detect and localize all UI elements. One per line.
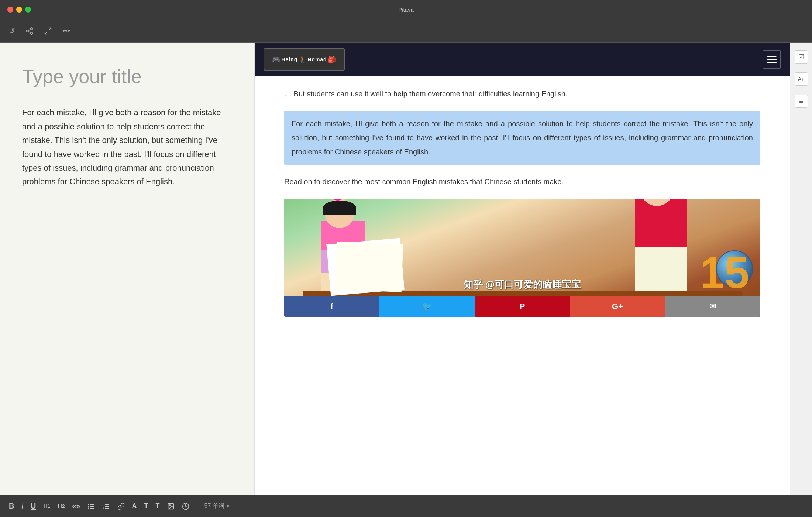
svg-rect-9 xyxy=(90,508,94,509)
main-area: Type your title For each mistake, I'll g… xyxy=(0,43,812,495)
strikethrough-button[interactable]: T xyxy=(156,502,160,510)
svg-line-3 xyxy=(28,31,31,33)
app-title: Pitaya xyxy=(398,7,414,13)
googleplus-share-button[interactable]: G+ xyxy=(570,296,665,317)
hamburger-menu[interactable] xyxy=(763,50,781,69)
svg-point-20 xyxy=(169,504,170,506)
social-share-bar: f 🐦 P G+ ✉ xyxy=(284,296,760,317)
twitter-share-button[interactable]: 🐦 xyxy=(379,296,475,317)
menu-line-2 xyxy=(767,59,777,60)
site-logo: 🎮 Being 🚶 Nomad 🎒 xyxy=(264,48,345,71)
menu-line-3 xyxy=(767,62,777,63)
web-highlighted-paragraph: For each mistake, I'll give both a reaso… xyxy=(284,111,760,165)
window-controls xyxy=(7,7,31,13)
italic-button[interactable]: i xyxy=(21,502,23,510)
svg-rect-14 xyxy=(105,506,109,507)
editor-body-text[interactable]: For each mistake, I'll give both a reaso… xyxy=(22,106,232,188)
editor-panel[interactable]: Type your title For each mistake, I'll g… xyxy=(0,43,255,495)
close-button[interactable] xyxy=(7,7,13,13)
underline-button[interactable]: U xyxy=(31,502,36,510)
web-panel: 🎮 Being 🚶 Nomad 🎒 … But students can use… xyxy=(255,43,790,495)
text-color-button[interactable]: A xyxy=(132,502,137,510)
word-count-display[interactable]: 57 单词 ▼ xyxy=(204,502,230,510)
word-count-dropdown-icon[interactable]: ▼ xyxy=(226,504,230,509)
bold-button[interactable]: B xyxy=(9,502,14,510)
article-image: 15 知乎 @可口可爱的瞌睡宝宝 f 🐦 P G+ ✉ xyxy=(284,199,760,317)
link-button[interactable] xyxy=(117,503,125,510)
image-button[interactable] xyxy=(167,503,175,510)
svg-text:3: 3 xyxy=(103,507,104,509)
paper-2 xyxy=(335,242,403,292)
svg-point-2 xyxy=(31,32,33,34)
word-count-label: 57 单词 xyxy=(204,502,224,510)
timer-button[interactable] xyxy=(182,503,189,510)
web-content-area: … But students can use it well to help t… xyxy=(255,76,790,495)
heading1-button[interactable]: H1 xyxy=(43,503,50,510)
number-15-overlay: 15 xyxy=(700,250,749,295)
bottom-toolbar: B i U H1 H2 «» 123 A T T xyxy=(0,495,812,517)
refresh-icon[interactable]: ↺ xyxy=(9,27,15,35)
teacher-figure xyxy=(635,199,687,295)
svg-rect-15 xyxy=(105,508,109,509)
svg-rect-7 xyxy=(90,504,94,505)
logo-image: 🎮 Being 🚶 Nomad 🎒 xyxy=(264,48,345,71)
more-options-icon[interactable]: ••• xyxy=(62,27,70,35)
right-sidebar: ☑ A+ ≡ xyxy=(790,43,812,495)
menu-line-1 xyxy=(767,56,777,57)
layout-icon[interactable]: ≡ xyxy=(795,95,808,108)
list-button[interactable] xyxy=(88,503,95,510)
svg-point-1 xyxy=(27,30,29,32)
maximize-button[interactable] xyxy=(25,7,31,13)
svg-line-6 xyxy=(45,31,47,34)
quote-button[interactable]: «» xyxy=(72,502,80,510)
pinterest-share-button[interactable]: P xyxy=(475,296,570,317)
editor-title-placeholder[interactable]: Type your title xyxy=(22,65,232,88)
svg-point-0 xyxy=(31,27,33,30)
title-bar: Pitaya xyxy=(0,0,812,19)
svg-point-11 xyxy=(88,506,89,507)
toolbar-separator xyxy=(197,501,197,511)
main-toolbar: ↺ ••• xyxy=(0,19,812,43)
heading2-button[interactable]: H2 xyxy=(58,503,65,510)
share-icon[interactable] xyxy=(25,27,34,35)
facebook-share-button[interactable]: f xyxy=(284,296,379,317)
web-read-on-text: Read on to discover the most common Engl… xyxy=(284,175,760,188)
ordered-list-button[interactable]: 123 xyxy=(103,503,110,510)
email-share-button[interactable]: ✉ xyxy=(665,296,760,317)
svg-line-5 xyxy=(49,28,51,30)
svg-point-12 xyxy=(88,507,89,509)
watermark-text: 知乎 @可口可爱的瞌睡宝宝 xyxy=(464,278,581,291)
typography-button[interactable]: T xyxy=(144,502,148,510)
svg-rect-13 xyxy=(105,504,109,505)
web-intro-text: … But students can use it well to help t… xyxy=(284,87,760,100)
svg-point-10 xyxy=(88,504,89,505)
svg-line-4 xyxy=(28,29,31,30)
minimize-button[interactable] xyxy=(16,7,22,13)
fullscreen-icon[interactable] xyxy=(44,27,52,35)
svg-rect-8 xyxy=(90,506,94,507)
checkbox-icon[interactable]: ☑ xyxy=(795,50,808,64)
text-size-icon[interactable]: A+ xyxy=(795,72,808,86)
web-navigation: 🎮 Being 🚶 Nomad 🎒 xyxy=(255,43,790,76)
